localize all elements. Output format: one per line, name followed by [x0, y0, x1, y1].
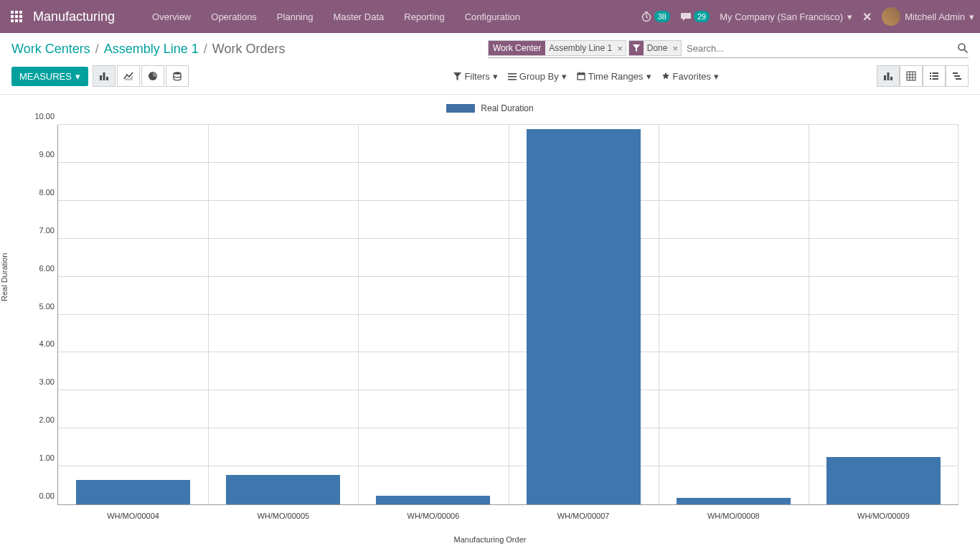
svg-rect-27	[890, 77, 892, 80]
avatar	[882, 7, 900, 26]
bar-chart-icon[interactable]	[93, 65, 116, 87]
filters-dropdown[interactable]: Filters ▾	[453, 71, 497, 82]
svg-rect-33	[930, 72, 931, 74]
search-options: Filters ▾ Group By ▾ Time Ranges ▾ Favor…	[453, 71, 719, 82]
svg-rect-24	[582, 72, 583, 75]
control-panel: Work Centers / Assembly Line 1 / Work Or…	[0, 33, 980, 95]
bar[interactable]	[226, 475, 340, 504]
svg-rect-26	[887, 72, 890, 80]
measures-label: MEASURES	[19, 71, 72, 82]
apps-icon[interactable]	[6, 6, 27, 27]
favorites-label: Favorites	[673, 71, 711, 82]
app-name[interactable]: Manufacturing	[33, 9, 115, 24]
chart-type-switcher	[93, 65, 189, 87]
breadcrumb-sep: /	[95, 42, 99, 57]
svg-rect-35	[930, 75, 931, 77]
bar[interactable]	[826, 457, 941, 504]
menu-master-data[interactable]: Master Data	[324, 7, 392, 27]
x-tick: WH/MO/00008	[707, 512, 760, 520]
timeranges-dropdown[interactable]: Time Ranges ▾	[577, 71, 651, 82]
facet-remove-icon[interactable]: ×	[671, 43, 681, 54]
facet-remove-icon[interactable]: ×	[616, 43, 626, 54]
svg-rect-38	[933, 78, 939, 80]
y-tick: 1.00	[26, 453, 55, 462]
y-axis-label: Real Duration	[0, 253, 9, 301]
pie-chart-icon[interactable]	[141, 65, 164, 87]
svg-rect-36	[933, 75, 939, 77]
company-name: My Company (San Francisco)	[720, 11, 843, 22]
user-menu[interactable]: Mitchell Admin ▾	[882, 7, 974, 26]
y-tick: 4.00	[26, 339, 55, 348]
y-tick: 8.00	[26, 188, 55, 197]
svg-rect-7	[15, 19, 18, 22]
menu-configuration[interactable]: Configuration	[456, 7, 529, 27]
menu-overview[interactable]: Overview	[143, 7, 199, 27]
groupby-dropdown[interactable]: Group By ▾	[508, 71, 567, 82]
chart-legend: Real Duration	[7, 103, 973, 113]
user-name: Mitchell Admin	[905, 11, 965, 22]
breadcrumb-current: Work Orders	[212, 42, 286, 57]
x-tick: WH/MO/00007	[557, 512, 610, 520]
y-tick: 0.00	[26, 491, 55, 500]
search-icon[interactable]	[957, 42, 969, 54]
grid-vline	[659, 125, 659, 504]
menu-operations[interactable]: Operations	[202, 7, 265, 27]
breadcrumb-work-centers[interactable]: Work Centers	[11, 42, 90, 57]
svg-rect-1	[15, 11, 18, 14]
y-tick: 2.00	[26, 415, 55, 424]
svg-rect-34	[933, 72, 939, 74]
timer-indicator[interactable]: 38	[641, 11, 670, 22]
chevron-down-icon: ▾	[714, 71, 719, 82]
svg-rect-28	[907, 72, 915, 80]
svg-rect-10	[645, 11, 648, 13]
grid-vline	[809, 125, 809, 504]
chat-badge: 29	[694, 11, 710, 22]
measures-button[interactable]: MEASURES ▾	[11, 67, 88, 86]
messaging-indicator[interactable]: 29	[680, 11, 710, 22]
legend-swatch	[446, 104, 475, 113]
bar[interactable]	[76, 480, 190, 504]
close-button[interactable]: ✕	[862, 10, 872, 24]
svg-rect-3	[11, 15, 14, 18]
search-input[interactable]	[684, 42, 953, 55]
chart-container: Real Duration Real Duration 0.001.002.00…	[0, 95, 980, 548]
chevron-down-icon: ▾	[646, 71, 651, 82]
svg-line-12	[964, 50, 968, 53]
y-tick: 5.00	[26, 302, 55, 311]
list-view-icon[interactable]	[923, 65, 946, 87]
filter-icon	[629, 41, 644, 55]
menu-planning[interactable]: Planning	[268, 7, 322, 27]
svg-rect-40	[954, 75, 960, 77]
facet-done: Done ×	[628, 40, 682, 56]
svg-rect-20	[508, 79, 517, 80]
svg-rect-22	[578, 73, 585, 75]
systray: 38 29 My Company (San Francisco) ▾ ✕ Mit…	[641, 7, 974, 26]
grid-vline	[958, 125, 958, 504]
svg-rect-14	[103, 72, 105, 80]
svg-rect-2	[19, 11, 22, 14]
menu-reporting[interactable]: Reporting	[395, 7, 453, 27]
view-switcher	[877, 65, 969, 87]
graph-view-icon[interactable]	[877, 65, 900, 87]
bar[interactable]	[527, 129, 641, 504]
timeranges-label: Time Ranges	[588, 71, 644, 82]
favorites-dropdown[interactable]: Favorites ▾	[661, 71, 719, 82]
chevron-down-icon: ▾	[847, 11, 852, 22]
top-menu: Overview Operations Planning Master Data…	[143, 7, 529, 27]
stacked-icon[interactable]	[166, 65, 189, 87]
x-axis-label: Manufacturing Order	[454, 535, 527, 544]
svg-point-17	[174, 72, 181, 75]
line-chart-icon[interactable]	[117, 65, 140, 87]
plot-area: 0.001.002.003.004.005.006.007.008.009.00…	[57, 125, 958, 505]
y-tick: 10.00	[26, 112, 55, 121]
gantt-view-icon[interactable]	[946, 65, 969, 87]
y-tick: 7.00	[26, 226, 55, 235]
filters-label: Filters	[464, 71, 489, 82]
bar[interactable]	[376, 496, 490, 504]
pivot-view-icon[interactable]	[900, 65, 923, 87]
facet-value: Assembly Line 1	[545, 43, 616, 53]
chevron-down-icon: ▾	[493, 71, 498, 82]
breadcrumb-assembly-line[interactable]: Assembly Line 1	[104, 42, 199, 57]
company-selector[interactable]: My Company (San Francisco) ▾	[720, 11, 852, 22]
bar[interactable]	[677, 498, 791, 504]
